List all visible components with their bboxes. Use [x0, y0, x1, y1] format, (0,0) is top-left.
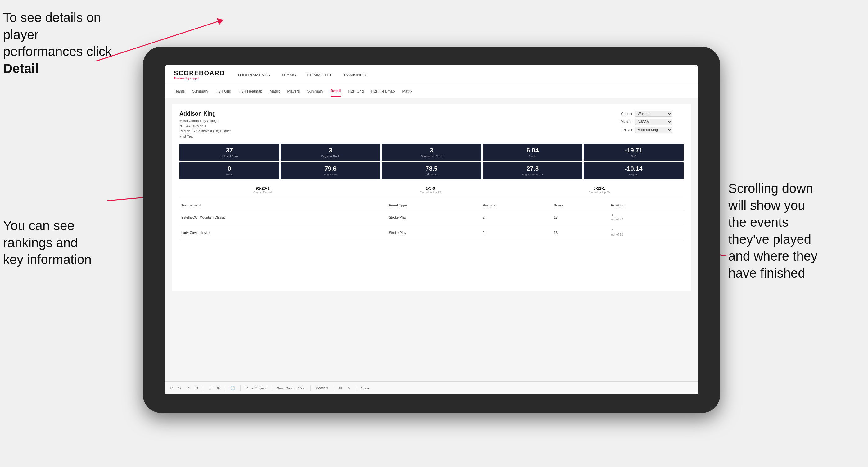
nav-teams[interactable]: TEAMS [281, 73, 296, 77]
stat-sos: -19.71 SoS [584, 144, 684, 161]
toolbar-monitor[interactable]: 🖥 [338, 386, 342, 390]
player-region: Region 1 - Southwest (18) District [180, 129, 230, 134]
player-info: Addison King Mesa Community College NJCA… [180, 111, 230, 139]
toolbar-clock[interactable]: 🕐 [230, 386, 235, 390]
col-tournament: Tournament [180, 201, 387, 210]
subnav-h2h-heatmap[interactable]: H2H Heatmap [239, 86, 262, 97]
stat-avg-score: 79.6 Avg Score [281, 162, 381, 179]
subnav-summary2[interactable]: Summary [307, 86, 323, 97]
annotation-top-left: To see details on player performances cl… [3, 9, 121, 77]
nav-rankings[interactable]: RANKINGS [344, 73, 366, 77]
subnav-matrix[interactable]: Matrix [270, 86, 280, 97]
score-2: 16 [552, 225, 609, 240]
annotation-r-1: Scrolling down [728, 181, 813, 196]
event-type-2: Stroke Play [387, 225, 480, 240]
annotation-r-6: have finished [728, 266, 805, 280]
toolbar-sep-5 [310, 385, 311, 391]
player-label: Player [615, 128, 632, 132]
annotation-r-3: the events [728, 215, 788, 229]
toolbar-plus[interactable]: ⊕ [217, 386, 220, 390]
position-1: 4out of 20 [609, 210, 684, 225]
toolbar-view-original[interactable]: View: Original [246, 386, 267, 390]
toolbar-back[interactable]: ⟲ [195, 386, 198, 390]
main-nav-links: TOURNAMENTS TEAMS COMMITTEE RANKINGS [237, 72, 366, 77]
stats-row-2: 0 Wins 79.6 Avg Score 78.5 Adj Score 27.… [180, 162, 684, 179]
powered-brand: clippd [190, 77, 199, 80]
subnav-detail[interactable]: Detail [331, 86, 341, 97]
toolbar-sep-3 [240, 385, 241, 391]
toolbar-refresh[interactable]: ⟳ [186, 386, 190, 390]
annotation-right: Scrolling down will show you the events … [728, 180, 865, 282]
stat-regional-rank: 3 Regional Rank [281, 144, 381, 161]
powered-by-text: Powered by [174, 77, 190, 80]
stat-wins: 0 Wins [180, 162, 279, 179]
toolbar-save-custom[interactable]: Save Custom View [277, 386, 306, 390]
toolbar-minus[interactable]: ⊟ [208, 386, 212, 390]
toolbar-redo[interactable]: ↪ [178, 386, 181, 390]
player-division: NJCAA Division 1 [180, 124, 230, 129]
annotation-bottom-left: You can see rankings and key information [3, 217, 121, 268]
tablet-device: SCOREBOARD Powered by clippd TOURNAMENTS… [143, 46, 720, 413]
division-label: Division [615, 120, 632, 124]
record-top25: 1-5-0 Record vs top 25 [420, 186, 441, 194]
logo-powered: Powered by clippd [174, 77, 225, 80]
col-position: Position [609, 201, 684, 210]
stat-adj-score: 78.5 Adj Score [381, 162, 482, 179]
subnav-h2h-heatmap2[interactable]: H2H Heatmap [371, 86, 395, 97]
tournament-name-1: Estella CC- Mountain Classic [180, 210, 387, 225]
stats-row-1: 37 National Rank 3 Regional Rank 3 Confe… [180, 144, 684, 161]
nav-bar: SCOREBOARD Powered by clippd TOURNAMENTS… [164, 65, 699, 85]
toolbar-sep-2 [225, 385, 225, 391]
subnav-teams[interactable]: Teams [174, 86, 185, 97]
player-college: Mesa Community College [180, 118, 230, 124]
subnav-matrix2[interactable]: Matrix [402, 86, 412, 97]
player-header: Addison King Mesa Community College NJCA… [180, 111, 684, 139]
subnav-h2h-grid[interactable]: H2H Grid [216, 86, 231, 97]
player-selectors: Gender Women Division NJCAA I [615, 111, 684, 139]
annotation-detail-bold: Detail [3, 61, 38, 76]
col-score: Score [552, 201, 609, 210]
gender-selector-row: Gender Women [615, 111, 684, 117]
toolbar-undo[interactable]: ↩ [169, 386, 173, 390]
toolbar-expand[interactable]: ⤡ [347, 386, 351, 390]
division-select[interactable]: NJCAA I [635, 119, 672, 125]
subnav-h2h-grid2[interactable]: H2H Grid [348, 86, 364, 97]
bottom-toolbar: ↩ ↪ ⟳ ⟲ ⊟ ⊕ 🕐 View: Original Save Custom… [164, 381, 699, 394]
stat-avg-sg: -10.14 Avg SG [584, 162, 684, 179]
toolbar-sep-4 [272, 385, 272, 391]
nav-committee[interactable]: COMMITTEE [307, 73, 333, 77]
stat-avg-score-to-par: 27.8 Avg Score to Par [483, 162, 583, 179]
col-event-type: Event Type [387, 201, 480, 210]
annotation-r-5: and where they [728, 249, 817, 263]
subnav-summary[interactable]: Summary [192, 86, 208, 97]
annotation-r-4: they've played [728, 232, 811, 247]
record-top50: 5-11-1 Record vs top 50 [589, 186, 610, 194]
subnav-players[interactable]: Players [287, 86, 300, 97]
score-1: 17 [552, 210, 609, 225]
annotation-top-left-text: To see details on player performances cl… [3, 10, 112, 59]
tournament-name-2: Lady Coyote Invite [180, 225, 387, 240]
toolbar-watch[interactable]: Watch ▾ [316, 386, 328, 390]
position-2: 7out of 20 [609, 225, 684, 240]
event-type-1: Stroke Play [387, 210, 480, 225]
annotation-bl-1: You can see [3, 218, 74, 233]
rounds-2: 2 [481, 225, 552, 240]
logo-area: SCOREBOARD Powered by clippd [174, 69, 225, 80]
records-row: 91-20-1 Overall Record 1-5-0 Record vs t… [180, 183, 684, 197]
annotation-bl-3: key information [3, 252, 92, 267]
table-row: Estella CC- Mountain Classic Stroke Play… [180, 210, 684, 225]
nav-tournaments[interactable]: TOURNAMENTS [237, 73, 270, 77]
content-card: Addison King Mesa Community College NJCA… [172, 104, 691, 291]
toolbar-share[interactable]: Share [361, 386, 370, 390]
col-rounds: Rounds [481, 201, 552, 210]
record-overall: 91-20-1 Overall Record [253, 186, 272, 194]
logo-scoreboard: SCOREBOARD [174, 69, 225, 77]
gender-select[interactable]: Women [635, 111, 672, 117]
gender-label: Gender [615, 112, 632, 116]
rounds-1: 2 [481, 210, 552, 225]
stat-points: 6.04 Points [483, 144, 583, 161]
stat-national-rank: 37 National Rank [180, 144, 279, 161]
main-content[interactable]: Addison King Mesa Community College NJCA… [164, 98, 699, 381]
player-select[interactable]: Addison King [635, 127, 672, 133]
annotation-bl-2: rankings and [3, 236, 78, 250]
